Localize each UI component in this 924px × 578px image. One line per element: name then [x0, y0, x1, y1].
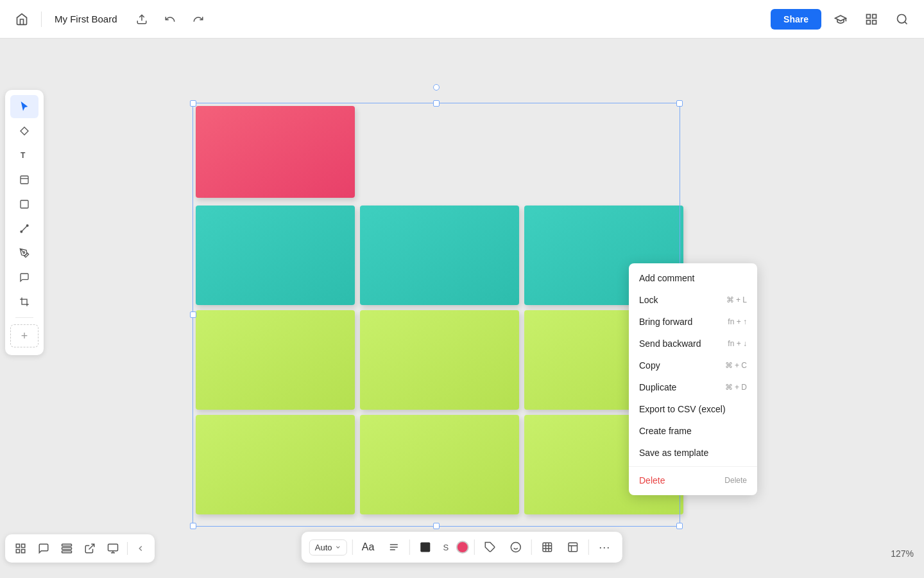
sticky-note-pink[interactable] [196, 106, 355, 198]
more-options-button[interactable]: ··· [594, 537, 615, 557]
insert-image-button[interactable] [537, 537, 558, 557]
handle-bottom-right[interactable] [676, 523, 683, 529]
ctx-create-frame[interactable]: Create frame [629, 420, 757, 442]
svg-line-6 [905, 21, 907, 24]
svg-point-14 [23, 252, 25, 254]
comments-panel-button[interactable] [33, 538, 54, 559]
left-toolbar: T [5, 90, 44, 355]
table-button[interactable] [563, 537, 583, 557]
svg-rect-40 [569, 543, 578, 552]
ctx-bring-forward[interactable]: Bring forward fn + ↑ [629, 311, 757, 333]
share-view-button[interactable] [80, 538, 100, 559]
svg-line-23 [89, 544, 94, 549]
zoom-indicator: 127% [891, 548, 914, 559]
bottom-left-bar [5, 534, 155, 563]
text-align-button[interactable] [384, 537, 404, 557]
svg-point-5 [898, 14, 906, 22]
ctx-separator [629, 466, 757, 467]
add-tool-button[interactable]: + [10, 324, 38, 347]
sticky-note-green-4[interactable] [196, 415, 355, 514]
ctx-delete[interactable]: Delete Delete [629, 469, 757, 491]
sticky-note-teal-2[interactable] [360, 206, 519, 305]
font-style-button[interactable]: Aa [358, 537, 379, 557]
color-picker-dot[interactable] [456, 541, 469, 554]
ctx-add-comment[interactable]: Add comment [629, 267, 757, 289]
crop-tool[interactable] [10, 290, 38, 313]
fill-color-button[interactable] [415, 537, 436, 557]
comment-tool[interactable] [10, 266, 38, 289]
collapse-panel-button[interactable] [132, 539, 150, 557]
ctx-save-template[interactable]: Save as template [629, 442, 757, 464]
bt-sep-3 [474, 539, 475, 555]
undo-button[interactable] [158, 8, 182, 31]
bt-sep-1 [352, 539, 353, 555]
frame-tool[interactable] [10, 119, 38, 143]
svg-rect-24 [108, 544, 118, 551]
font-size-select[interactable]: Auto [309, 539, 347, 556]
search-button[interactable] [891, 8, 914, 31]
share-button[interactable]: Share [771, 9, 821, 30]
text-tool[interactable]: T [10, 144, 38, 167]
ctx-lock[interactable]: Lock ⌘ + L [629, 289, 757, 311]
emoji-button[interactable] [506, 537, 526, 557]
sticky-note-green-1[interactable] [196, 310, 355, 410]
svg-rect-35 [543, 543, 552, 552]
svg-rect-18 [16, 550, 19, 553]
blb-separator [127, 542, 128, 555]
svg-rect-3 [867, 20, 871, 24]
ctx-duplicate[interactable]: Duplicate ⌘ + D [629, 376, 757, 398]
svg-rect-8 [21, 176, 28, 184]
canvas[interactable]: T [0, 39, 924, 578]
header-divider [41, 12, 42, 27]
frames-panel-button[interactable] [10, 538, 31, 559]
svg-rect-19 [22, 550, 25, 553]
bt-sep-2 [409, 539, 410, 555]
sticky-note-teal-1[interactable] [196, 206, 355, 305]
svg-rect-17 [22, 544, 25, 547]
rotate-handle-top[interactable] [433, 84, 440, 91]
redo-button[interactable] [187, 8, 210, 31]
bt-sep-4 [531, 539, 532, 555]
zoom-level: 127% [891, 548, 914, 559]
sticky-tool[interactable] [10, 168, 38, 191]
svg-rect-21 [62, 548, 72, 550]
tag-button[interactable] [480, 537, 501, 557]
stroke-label[interactable]: S [441, 543, 452, 552]
svg-point-12 [26, 225, 28, 227]
pen-tool[interactable] [10, 241, 38, 265]
bottom-toolbar: Auto Aa S [302, 532, 622, 563]
svg-rect-16 [16, 544, 19, 547]
ctx-copy[interactable]: Copy ⌘ + C [629, 355, 757, 376]
fullscreen-button[interactable] [103, 538, 123, 559]
svg-rect-22 [62, 551, 72, 553]
ctx-export-csv[interactable]: Export to CSV (excel) [629, 398, 757, 420]
home-button[interactable] [10, 8, 33, 31]
shape-tool[interactable] [10, 193, 38, 216]
bt-sep-5 [588, 539, 589, 555]
svg-rect-20 [62, 544, 72, 546]
handle-bottom-left[interactable] [190, 523, 196, 529]
svg-rect-4 [873, 20, 877, 24]
context-menu: Add comment Lock ⌘ + L Bring forward fn … [629, 263, 757, 495]
svg-text:T: T [21, 151, 26, 160]
templates-button[interactable] [860, 8, 883, 31]
font-size-value: Auto [315, 543, 332, 552]
header: My First Board Share [0, 0, 924, 39]
svg-rect-10 [21, 200, 28, 208]
learn-button[interactable] [829, 8, 852, 31]
sticky-note-green-5[interactable] [360, 415, 519, 514]
svg-point-13 [21, 231, 22, 232]
select-tool[interactable] [10, 95, 38, 118]
tool-separator [15, 317, 33, 318]
svg-point-32 [511, 543, 521, 552]
board-title[interactable]: My First Board [49, 11, 123, 27]
line-tool[interactable] [10, 217, 38, 240]
handle-bottom-center[interactable] [433, 523, 440, 529]
svg-rect-2 [873, 14, 877, 18]
upload-button[interactable] [130, 8, 153, 31]
sticky-note-green-2[interactable] [360, 310, 519, 410]
svg-rect-30 [420, 543, 430, 552]
svg-rect-15 [22, 299, 27, 304]
objects-panel-button[interactable] [56, 538, 77, 559]
ctx-send-backward[interactable]: Send backward fn + ↓ [629, 333, 757, 355]
